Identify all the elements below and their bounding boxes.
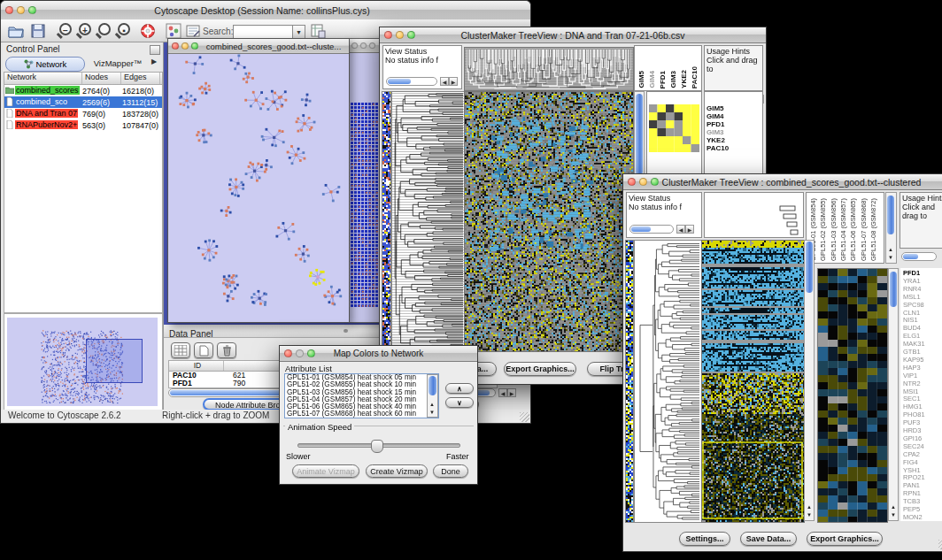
gene-label[interactable]: SPC98 (903, 301, 924, 309)
gene-label[interactable]: MAK31 (903, 340, 925, 348)
zoom-window-icon[interactable] (28, 6, 36, 14)
tv2-hints-hscrollbar[interactable] (901, 252, 937, 261)
scroll-left-icon[interactable]: ◀ (676, 225, 685, 234)
move-down-button[interactable]: ∨ (445, 397, 474, 408)
gene-label[interactable]: FIG4 (903, 458, 918, 466)
gene-label[interactable]: BUD4 (903, 324, 921, 332)
scroll-up-icon[interactable]: ▲ (886, 246, 895, 254)
column-label[interactable]: GPL51-08 (GSM872) (869, 198, 878, 261)
attribute-list-vscrollbar[interactable]: ▲ ▼ (427, 374, 438, 418)
table-mode-icon[interactable] (171, 342, 190, 358)
help-icon[interactable] (140, 23, 156, 39)
animate-vizmap-button[interactable]: Animate Vizmap (292, 464, 359, 478)
gene-label[interactable]: KAP95 (903, 356, 923, 364)
scroll-down-icon[interactable]: ▼ (428, 409, 436, 417)
network-column-header[interactable]: Network (4, 73, 82, 84)
scroll-up-icon[interactable]: ▲ (805, 503, 814, 511)
panel-handle-icon[interactable] (344, 329, 348, 333)
dna-view-title-bar[interactable] (349, 39, 382, 53)
gene-label[interactable]: YSH1 (903, 466, 921, 474)
gene-label[interactable]: SEC24 (903, 442, 924, 450)
network-view-title-bar[interactable]: combined_scores_good.txt--cluste... (168, 39, 349, 54)
annotation-icon[interactable] (185, 23, 201, 39)
minimize-icon[interactable] (181, 42, 189, 50)
done-button[interactable]: Done (433, 464, 468, 478)
open-session-icon[interactable] (8, 23, 24, 39)
gene-label[interactable]: TCB3 (903, 497, 920, 505)
close-icon[interactable] (5, 6, 13, 14)
dialog-title-bar[interactable]: Map Colors to Network (280, 346, 477, 362)
scroll-right-icon[interactable]: ▶ (449, 77, 458, 86)
export-graphics-button[interactable]: Export Graphics... (807, 532, 883, 546)
row-label[interactable]: GIM3 (706, 128, 724, 136)
gene-label[interactable]: NIS1 (903, 316, 918, 324)
gene-label[interactable]: MSL1 (903, 293, 921, 301)
slider-thumb[interactable] (371, 440, 383, 453)
settings-button[interactable]: Settings... (679, 532, 730, 546)
attribute-list[interactable]: GPL51-01 (GSM854) heat shock 05 minGPL51… (284, 373, 439, 418)
minimize-icon[interactable] (17, 6, 25, 14)
gene-label[interactable]: VIP1 (903, 372, 917, 380)
gene-label[interactable]: PFD1 (903, 269, 920, 277)
column-label[interactable]: GPL51-07 (GSM868) (860, 198, 869, 261)
gene-label[interactable]: YRA1 (903, 277, 921, 285)
gene-label[interactable]: PEP5 (903, 505, 920, 513)
zoom-selected-icon[interactable]: ▪ (118, 23, 130, 35)
create-vizmap-button[interactable]: Create Vizmap (366, 464, 428, 478)
scroll-right-icon[interactable]: ▶ (507, 388, 516, 397)
column-label[interactable]: YKE2 (680, 70, 689, 88)
zoom-fit-icon[interactable] (98, 23, 111, 35)
scroll-left-icon[interactable]: ◀ (498, 388, 507, 397)
network-view-window-dna[interactable] (348, 38, 383, 323)
network-table-header[interactable]: NetworkNodesEdges (4, 73, 162, 85)
column-label[interactable]: PFD1 (659, 71, 668, 88)
tv2-vscrollbar[interactable]: ▲ ▼ (804, 240, 815, 521)
column-label[interactable]: GPL51-03 (GSM856) (830, 198, 838, 261)
minimize-icon[interactable] (396, 31, 404, 39)
vizmapper-icon[interactable] (166, 23, 181, 39)
gene-label[interactable]: HMG1 (903, 403, 923, 410)
scroll-right-icon[interactable]: ▶ (685, 225, 694, 234)
row-label[interactable]: GIM5 (706, 104, 724, 112)
minimize-icon[interactable] (296, 349, 304, 357)
main-title-bar[interactable]: Cytoscape Desktop (Session Name: collins… (1, 1, 530, 20)
gene-label[interactable]: RNR4 (903, 285, 921, 293)
network-list-item[interactable]: combined_scores2764(0)16218(0) (4, 85, 162, 96)
network-list-item[interactable]: combined_sco2569(6)13112(15) (4, 96, 162, 108)
scroll-left-icon[interactable]: ◀ (440, 77, 449, 86)
gene-label[interactable]: NTR2 (903, 380, 921, 387)
tv2-title-bar[interactable]: ClusterMaker TreeView : combined_scores_… (623, 174, 942, 190)
new-attribute-icon[interactable] (194, 342, 213, 358)
network-column-header[interactable]: Edges (121, 73, 160, 84)
gene-label[interactable]: MON2 (903, 513, 923, 521)
window-resize-grip[interactable] (520, 412, 529, 422)
gene-label[interactable]: PHO81 (903, 410, 925, 418)
gene-label[interactable]: GPI16 (903, 434, 922, 442)
gene-label[interactable]: CPA2 (903, 450, 920, 458)
column-label[interactable]: GPL51-02 (GSM855) (819, 198, 828, 261)
tv1-status-hscrollbar[interactable] (386, 77, 437, 86)
close-icon[interactable] (284, 349, 292, 357)
birdseye-viewport[interactable] (86, 339, 143, 383)
scroll-down-icon[interactable]: ▼ (805, 511, 814, 519)
gene-label[interactable]: ELG1 (903, 332, 920, 340)
gene-label[interactable]: RPO21 (903, 473, 925, 481)
save-data-button[interactable]: Save Data... (740, 532, 797, 546)
tab-vizmapper[interactable]: VizMapper™ (88, 58, 148, 70)
column-label[interactable]: GPL51-06 (GSM865) (849, 198, 858, 261)
column-label[interactable]: GIM4 (648, 71, 657, 88)
scroll-up-icon[interactable]: ▲ (889, 503, 898, 511)
tv2-collabel-vscrollbar[interactable]: ▲ ▼ (885, 192, 897, 264)
attribute-browser-icon[interactable] (310, 23, 326, 39)
window-controls[interactable] (5, 6, 36, 14)
gene-label[interactable]: PUF3 (903, 418, 920, 426)
gene-label[interactable]: CLN1 (903, 309, 920, 317)
close-icon[interactable] (628, 178, 636, 186)
tab-overflow-icon[interactable]: ▶ (151, 58, 157, 65)
move-up-button[interactable]: ∧ (445, 383, 474, 394)
column-label[interactable]: GIM5 (637, 71, 646, 88)
gene-label[interactable]: MSI1 (903, 387, 919, 395)
row-label[interactable]: YKE2 (706, 136, 725, 144)
tv1-title-bar[interactable]: ClusterMaker TreeView : DNA and Tran 07-… (380, 27, 766, 43)
minimize-icon[interactable] (639, 178, 647, 186)
